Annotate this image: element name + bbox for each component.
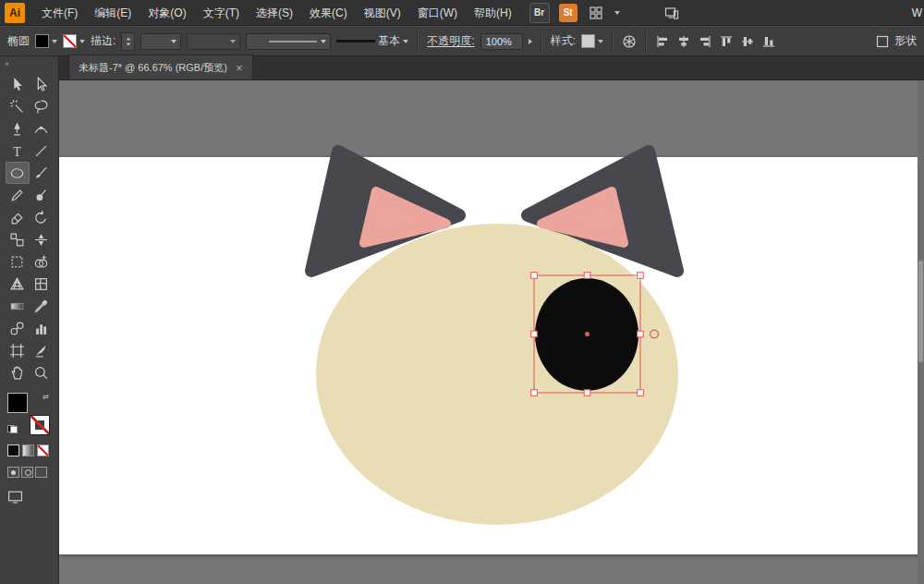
selection-handle-middle-right[interactable] xyxy=(638,331,644,337)
stock-button[interactable]: St xyxy=(559,4,578,22)
curvature-tool[interactable] xyxy=(30,117,54,140)
draw-inside-button[interactable] xyxy=(35,467,47,478)
eraser-tool[interactable] xyxy=(6,206,30,228)
menu-file[interactable]: 文件(F) xyxy=(33,0,86,26)
rotate-tool[interactable] xyxy=(30,206,54,228)
blob-brush-tool[interactable] xyxy=(30,184,54,206)
bridge-button[interactable]: Br xyxy=(529,3,550,23)
device-preview-icon[interactable] xyxy=(664,6,679,20)
blend-tool[interactable] xyxy=(6,317,30,339)
width-profile-combo[interactable] xyxy=(246,33,331,50)
pen-tool[interactable] xyxy=(6,117,30,140)
draw-normal-button[interactable] xyxy=(7,467,19,478)
artboard-tool[interactable] xyxy=(6,339,30,361)
menu-type[interactable]: 文字(T) xyxy=(195,0,248,26)
vertical-scrollbar[interactable] xyxy=(918,80,924,584)
recolor-artwork-button[interactable] xyxy=(622,34,637,49)
paintbrush-tool[interactable] xyxy=(30,162,54,184)
stroke-color-swatch[interactable] xyxy=(63,34,77,48)
slice-tool[interactable] xyxy=(30,339,54,361)
width-tool[interactable] xyxy=(30,228,54,250)
canvas-area[interactable] xyxy=(59,80,924,584)
mesh-tool[interactable] xyxy=(30,273,54,295)
workspace-switcher[interactable]: W xyxy=(912,6,922,19)
shape-builder-tool[interactable] xyxy=(30,250,54,273)
stroke-proxy-swatch[interactable] xyxy=(30,415,50,435)
fill-color-swatch[interactable] xyxy=(35,34,49,48)
opacity-input[interactable]: 100% xyxy=(480,33,523,50)
cat-head[interactable] xyxy=(316,224,678,525)
selection-handle-bottom-left[interactable] xyxy=(531,390,538,396)
menu-window[interactable]: 窗口(W) xyxy=(409,0,466,26)
chevron-down-icon[interactable] xyxy=(79,40,85,43)
opacity-panel-arrow-icon[interactable] xyxy=(529,39,532,44)
draw-behind-button[interactable] xyxy=(21,467,33,478)
color-button[interactable] xyxy=(7,444,19,456)
collapse-panel-button[interactable]: « xyxy=(0,56,58,73)
selection-handle-top-left[interactable] xyxy=(531,273,538,279)
selection-tool[interactable] xyxy=(6,73,30,95)
menu-effect[interactable]: 效果(C) xyxy=(301,0,356,26)
selection-handle-middle-left[interactable] xyxy=(531,331,538,337)
menu-object[interactable]: 对象(O) xyxy=(140,0,194,26)
step-up-icon[interactable] xyxy=(126,37,130,40)
align-horizontal-center-button[interactable] xyxy=(676,34,691,49)
stroke-style-value[interactable]: 基本 xyxy=(378,33,400,49)
align-vertical-middle-button[interactable] xyxy=(740,34,755,49)
none-button[interactable] xyxy=(37,444,49,456)
step-down-icon[interactable] xyxy=(126,43,130,45)
eyedropper-tool[interactable] xyxy=(30,295,54,317)
chevron-down-icon xyxy=(230,40,236,43)
scrollbar-thumb[interactable] xyxy=(918,261,923,362)
selection-handle-bottom-center[interactable] xyxy=(584,390,590,396)
hand-tool[interactable] xyxy=(6,361,30,383)
column-graph-tool[interactable] xyxy=(30,317,54,339)
gradient-tool[interactable] xyxy=(6,295,30,317)
stroke-style-control[interactable]: 基本 xyxy=(336,33,408,49)
menu-view[interactable]: 视图(V) xyxy=(356,0,409,26)
screen-mode-button[interactable] xyxy=(7,489,58,505)
type-tool[interactable]: T xyxy=(6,140,30,162)
selection-handle-top-center[interactable] xyxy=(584,273,590,279)
shape-panel-label[interactable]: 形状 xyxy=(875,33,917,49)
align-horizontal-left-button[interactable] xyxy=(655,34,670,49)
arrange-documents-icon[interactable] xyxy=(589,6,603,20)
fill-proxy-swatch[interactable] xyxy=(7,393,28,413)
line-segment-tool[interactable] xyxy=(30,140,54,162)
chevron-down-icon[interactable] xyxy=(598,40,603,43)
stroke-weight-combo[interactable] xyxy=(140,33,181,50)
stroke-weight-stepper[interactable] xyxy=(121,32,135,51)
stroke-color-control[interactable] xyxy=(63,34,85,48)
selection-handle-top-right[interactable] xyxy=(638,273,644,279)
magic-wand-tool[interactable] xyxy=(6,95,30,117)
align-vertical-top-button[interactable] xyxy=(719,34,734,49)
graphic-style-control[interactable] xyxy=(581,34,603,48)
chevron-down-icon[interactable] xyxy=(52,40,57,43)
graphic-style-swatch[interactable] xyxy=(581,34,595,48)
menu-edit[interactable]: 编辑(E) xyxy=(86,0,140,26)
document-tab[interactable]: 未标题-7* @ 66.67% (RGB/预览) × xyxy=(68,55,253,79)
brush-definition-combo[interactable] xyxy=(187,33,240,50)
menu-select[interactable]: 选择(S) xyxy=(248,0,301,26)
gradient-button[interactable] xyxy=(22,444,34,456)
free-transform-tool[interactable] xyxy=(6,250,30,273)
pencil-tool[interactable] xyxy=(6,184,30,206)
scale-tool[interactable] xyxy=(6,228,30,250)
lasso-tool[interactable] xyxy=(30,95,54,117)
default-fill-stroke-button[interactable] xyxy=(7,425,18,433)
zoom-tool[interactable] xyxy=(30,361,54,383)
chevron-down-icon[interactable] xyxy=(614,11,620,15)
swap-fill-stroke-icon[interactable]: ⇄ xyxy=(43,394,49,401)
chevron-down-icon[interactable] xyxy=(403,40,408,43)
ellipse-tool[interactable] xyxy=(6,162,30,184)
selection-handle-bottom-right[interactable] xyxy=(638,390,644,396)
menu-help[interactable]: 帮助(H) xyxy=(466,0,520,26)
direct-selection-tool[interactable] xyxy=(30,73,54,95)
close-icon[interactable]: × xyxy=(236,62,243,74)
align-horizontal-right-button[interactable] xyxy=(698,34,712,49)
perspective-grid-tool[interactable] xyxy=(6,273,30,295)
selection-center-point[interactable] xyxy=(585,332,590,336)
align-vertical-bottom-button[interactable] xyxy=(761,34,776,49)
fill-color-control[interactable] xyxy=(35,34,57,48)
opacity-label[interactable]: 不透明度: xyxy=(427,33,474,49)
